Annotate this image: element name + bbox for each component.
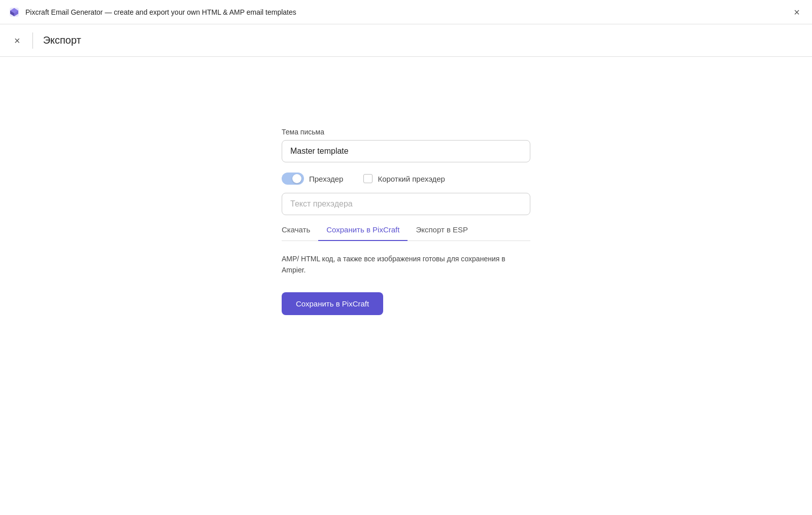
preheader-toggle-group: Прехэдер bbox=[282, 173, 343, 185]
export-tabs: Скачать Сохранить в PixCraft Экспорт в E… bbox=[282, 219, 530, 241]
save-description: AMP/ HTML код, а также все изображения г… bbox=[282, 253, 515, 276]
toggle-thumb bbox=[292, 174, 301, 183]
subject-label: Тема письма bbox=[282, 128, 530, 136]
tab-save-pixcraft[interactable]: Сохранить в PixCraft bbox=[318, 219, 408, 241]
short-preheader-label: Короткий прехэдер bbox=[378, 175, 445, 183]
title-bar-left: Pixcraft Email Generator — create and ex… bbox=[8, 6, 296, 18]
preheader-toggle-label: Прехэдер bbox=[309, 175, 343, 183]
header-divider bbox=[32, 32, 33, 49]
short-preheader-group: Короткий прехэдер bbox=[363, 174, 445, 183]
app-title: Pixcraft Email Generator — create and ex… bbox=[25, 8, 296, 16]
main-content: Тема письма Прехэдер Короткий прехэдер С bbox=[0, 57, 812, 315]
dialog-header: × Экспорт bbox=[0, 24, 812, 57]
preheader-toggle[interactable] bbox=[282, 173, 304, 185]
short-preheader-checkbox[interactable] bbox=[363, 174, 373, 183]
subject-input[interactable] bbox=[282, 140, 530, 162]
save-pixcraft-button[interactable]: Сохранить в PixCraft bbox=[282, 292, 383, 315]
preheader-input[interactable] bbox=[282, 193, 530, 215]
app-logo bbox=[8, 6, 20, 18]
dialog-title: Экспорт bbox=[43, 35, 81, 46]
tab-download[interactable]: Скачать bbox=[282, 219, 318, 241]
form-container: Тема письма Прехэдер Короткий прехэдер С bbox=[282, 128, 530, 315]
toggle-row: Прехэдер Короткий прехэдер bbox=[282, 173, 530, 185]
tab-esp[interactable]: Экспорт в ESP bbox=[408, 219, 476, 241]
dialog-close-button[interactable]: × bbox=[12, 33, 22, 48]
window-close-button[interactable]: × bbox=[790, 5, 804, 19]
title-bar: Pixcraft Email Generator — create and ex… bbox=[0, 0, 812, 24]
